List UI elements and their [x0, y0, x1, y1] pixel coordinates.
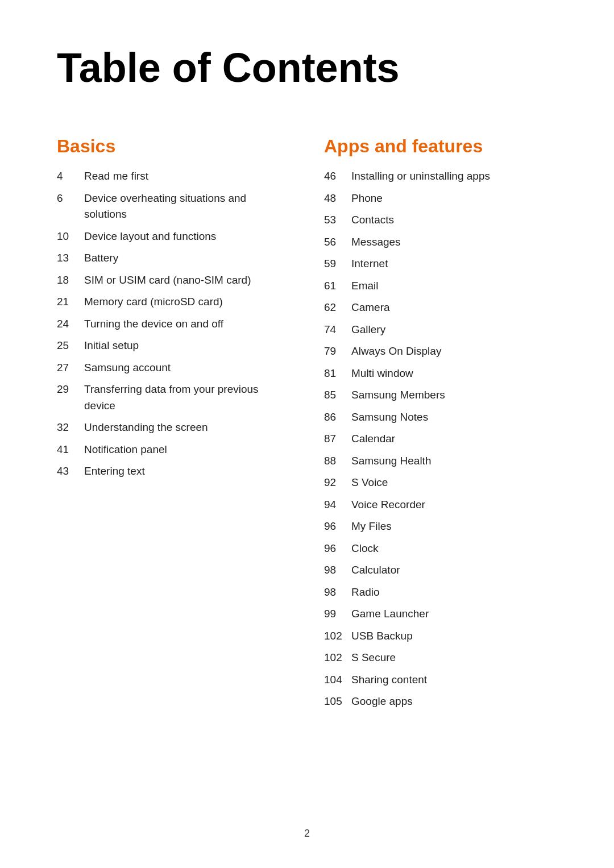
list-item: 25Initial setup [57, 338, 290, 354]
list-item: 87Calendar [324, 431, 557, 447]
page-num: 43 [57, 463, 84, 480]
list-item: 88Samsung Health [324, 453, 557, 470]
page-num: 92 [324, 475, 351, 491]
basics-list: 4Read me first6Device overheating situat… [57, 168, 290, 480]
list-item: 92S Voice [324, 475, 557, 491]
apps-column: Apps and features 46Installing or uninst… [324, 136, 557, 716]
page-title: Table of Contents [57, 45, 557, 90]
list-item: 10Device layout and functions [57, 229, 290, 245]
page-num: 96 [324, 518, 351, 535]
list-item: 104Sharing content [324, 672, 557, 688]
columns-container: Basics 4Read me first6Device overheating… [57, 136, 557, 716]
list-item: 102S Secure [324, 650, 557, 666]
toc-label: Understanding the screen [84, 420, 290, 436]
list-item: 18SIM or USIM card (nano-SIM card) [57, 272, 290, 289]
toc-label: Messages [351, 234, 557, 251]
toc-label: Contacts [351, 212, 557, 229]
page-num: 87 [324, 431, 351, 447]
page-footer: 2 [0, 828, 614, 840]
page-num: 98 [324, 562, 351, 579]
toc-label: Installing or uninstalling apps [351, 168, 557, 185]
basics-column: Basics 4Read me first6Device overheating… [57, 136, 290, 485]
page-num: 81 [324, 366, 351, 382]
page-num: 79 [324, 343, 351, 360]
toc-label: Camera [351, 300, 557, 316]
list-item: 62Camera [324, 300, 557, 316]
list-item: 53Contacts [324, 212, 557, 229]
page-num: 88 [324, 453, 351, 470]
page-num: 6 [57, 190, 84, 207]
list-item: 41Notification panel [57, 442, 290, 458]
list-item: 27Samsung account [57, 360, 290, 376]
toc-label: Entering text [84, 463, 290, 480]
toc-label: S Voice [351, 475, 557, 491]
page-num: 98 [324, 584, 351, 601]
toc-label: Internet [351, 256, 557, 272]
list-item: 81Multi window [324, 366, 557, 382]
toc-label: Game Launcher [351, 606, 557, 622]
page-num: 46 [324, 168, 351, 185]
page-number: 2 [304, 828, 310, 839]
toc-label: Samsung account [84, 360, 290, 376]
toc-label: Samsung Notes [351, 409, 557, 426]
toc-label: Always On Display [351, 343, 557, 360]
page-num: 27 [57, 360, 84, 376]
basics-heading: Basics [57, 136, 290, 157]
toc-label: Notification panel [84, 442, 290, 458]
toc-label: Clock [351, 541, 557, 557]
list-item: 105Google apps [324, 693, 557, 710]
page-num: 102 [324, 628, 351, 645]
toc-label: Phone [351, 190, 557, 207]
list-item: 59Internet [324, 256, 557, 272]
page-num: 24 [57, 316, 84, 333]
list-item: 94Voice Recorder [324, 497, 557, 513]
page-num: 29 [57, 381, 84, 398]
page-num: 53 [324, 212, 351, 229]
page-num: 105 [324, 693, 351, 710]
page-num: 94 [324, 497, 351, 513]
list-item: 85Samsung Members [324, 387, 557, 404]
page-num: 21 [57, 294, 84, 310]
page-num: 74 [324, 322, 351, 338]
toc-label: Gallery [351, 322, 557, 338]
list-item: 56Messages [324, 234, 557, 251]
apps-list: 46Installing or uninstalling apps48Phone… [324, 168, 557, 710]
toc-label: Initial setup [84, 338, 290, 354]
page-num: 85 [324, 387, 351, 404]
list-item: 43Entering text [57, 463, 290, 480]
toc-label: SIM or USIM card (nano-SIM card) [84, 272, 290, 289]
list-item: 21Memory card (microSD card) [57, 294, 290, 310]
page-num: 4 [57, 168, 84, 185]
page-num: 104 [324, 672, 351, 688]
page-num: 96 [324, 541, 351, 557]
list-item: 86Samsung Notes [324, 409, 557, 426]
list-item: 96Clock [324, 541, 557, 557]
page-num: 99 [324, 606, 351, 622]
page-num: 102 [324, 650, 351, 666]
page-num: 62 [324, 300, 351, 316]
toc-label: Samsung Health [351, 453, 557, 470]
list-item: 13Battery [57, 250, 290, 267]
toc-label: S Secure [351, 650, 557, 666]
page-num: 32 [57, 420, 84, 436]
page-num: 25 [57, 338, 84, 354]
toc-label: Samsung Members [351, 387, 557, 404]
list-item: 24Turning the device on and off [57, 316, 290, 333]
page: Table of Contents Basics 4Read me first6… [0, 0, 614, 868]
list-item: 99Game Launcher [324, 606, 557, 622]
list-item: 61Email [324, 278, 557, 294]
page-num: 61 [324, 278, 351, 294]
list-item: 46Installing or uninstalling apps [324, 168, 557, 185]
toc-label: Email [351, 278, 557, 294]
page-num: 10 [57, 229, 84, 245]
list-item: 48Phone [324, 190, 557, 207]
toc-label: Radio [351, 584, 557, 601]
toc-label: Voice Recorder [351, 497, 557, 513]
list-item: 102USB Backup [324, 628, 557, 645]
page-num: 86 [324, 409, 351, 426]
list-item: 96My Files [324, 518, 557, 535]
toc-label: Transferring data from your previous dev… [84, 381, 290, 414]
toc-label: Calculator [351, 562, 557, 579]
list-item: 98Calculator [324, 562, 557, 579]
toc-label: Sharing content [351, 672, 557, 688]
